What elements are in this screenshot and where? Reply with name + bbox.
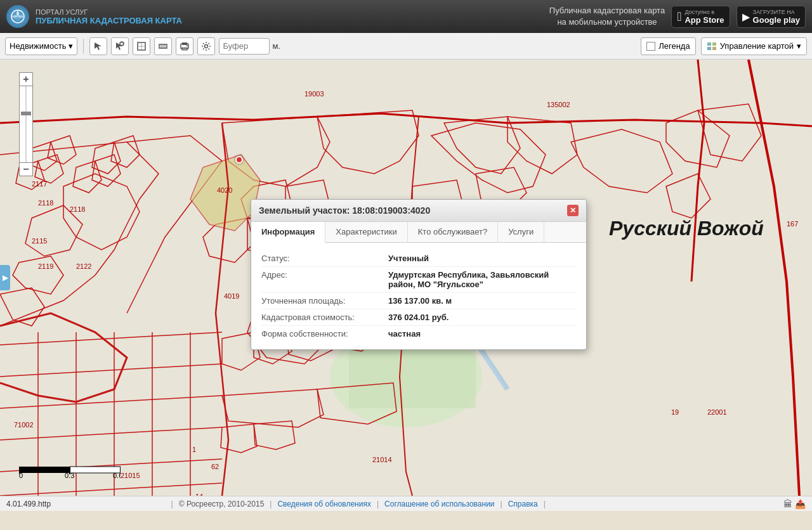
svg-rect-20 [349, 345, 476, 408]
header-left: ПОРТАЛ УСЛУГ ПУБЛИЧНАЯ КАДАСТРОВАЯ КАРТА [6, 5, 182, 28]
status-label: Статус: [261, 254, 388, 263]
tab-who-serves[interactable]: Кто обслуживает? [408, 222, 498, 242]
area-label: Уточненная площадь: [261, 296, 388, 306]
print-button[interactable] [176, 37, 193, 55]
scale-bar: 0 0.3 0.6КМ [19, 460, 121, 482]
tab-information[interactable]: Информация [251, 222, 325, 243]
svg-rect-17 [712, 47, 716, 50]
ownership-label: Форма собственности: [261, 329, 388, 339]
upravlenie-label: Управление картой [720, 41, 794, 51]
google-icon: ▶ [742, 11, 750, 23]
toolbar-right: Легенда Управление картой ▾ [641, 37, 807, 55]
svg-rect-33 [19, 467, 70, 473]
googleplay-top: ЗАГРУЗИТЕ НА [753, 9, 800, 15]
toolbar-separator-1 [83, 39, 84, 54]
header-title: ПОРТАЛ УСЛУГ ПУБЛИЧНАЯ КАДАСТРОВАЯ КАРТА [36, 8, 182, 25]
popup-content: Статус: Учтенный Адрес: Удмуртская Респу… [251, 243, 586, 349]
svg-rect-16 [707, 47, 711, 50]
zoom-controls: + − [19, 72, 33, 176]
agreement-link[interactable]: Соглашение об использовании [384, 500, 495, 508]
map-container[interactable]: + − ▶ 19003 135002 4020 4019 4019 463 16… [0, 60, 812, 496]
svg-rect-15 [712, 42, 716, 46]
mobile-text: Публичная кадастровая картана мобильном … [549, 5, 665, 28]
help-link[interactable]: Справка [508, 500, 538, 508]
status-icons: 🏛 📤 [783, 499, 806, 509]
share-icon: 📤 [795, 499, 806, 509]
map-pin [235, 156, 243, 164]
buffer-input[interactable] [219, 38, 270, 55]
zoom-in-button[interactable]: + [19, 72, 33, 86]
svg-rect-14 [707, 42, 711, 46]
info-row-status: Статус: Учтенный [261, 250, 576, 267]
legenda-button[interactable]: Легенда [641, 37, 695, 55]
upravlenie-arrow-icon: ▾ [797, 41, 801, 51]
toolbar: Недвижимость ▾ ? [0, 33, 812, 60]
popup-title: Земельный участок: 18:08:019003:4020 [259, 205, 430, 216]
info-row-address: Адрес: Удмуртская Республика, Завьяловск… [261, 267, 576, 293]
cost-value: 376 024.01 руб. [388, 313, 576, 322]
svg-text:0: 0 [19, 472, 23, 479]
info-row-cost: Кадастровая стоимость: 376 024.01 руб. [261, 309, 576, 326]
svg-text:0.3: 0.3 [65, 472, 74, 479]
select-tool-button[interactable] [89, 37, 107, 55]
svg-text:?: ? [121, 42, 123, 46]
status-center: | © Росреестр, 2010-2015 | Сведения об о… [169, 500, 548, 508]
appstore-bottom: App Store [684, 15, 724, 25]
rosreestr-icon: 🏛 [783, 499, 792, 509]
appstore-badge[interactable]:  Доступно в App Store [671, 6, 730, 28]
legenda-checkbox[interactable] [646, 42, 655, 51]
header: ПОРТАЛ УСЛУГ ПУБЛИЧНАЯ КАДАСТРОВАЯ КАРТА… [0, 0, 812, 33]
nedvizhimost-dropdown[interactable]: Недвижимость ▾ [5, 37, 77, 55]
ownership-value: частная [388, 329, 576, 339]
measure-area-button[interactable] [133, 37, 150, 55]
info-row-area: Уточненная площадь: 136 137.00 кв. м [261, 293, 576, 309]
zoom-slider[interactable] [19, 86, 33, 162]
tab-characteristics[interactable]: Характеристики [325, 222, 407, 242]
buffer-unit: м. [272, 41, 280, 51]
googleplay-bottom: Google play [753, 15, 800, 25]
info-popup: Земельный участок: 18:08:019003:4020 ✕ И… [251, 199, 587, 350]
buffer-group: м. [219, 38, 280, 55]
upravlenie-button[interactable]: Управление картой ▾ [701, 37, 807, 55]
status-url: 4.01.499.http [6, 500, 51, 508]
tab-services[interactable]: Услуги [498, 222, 544, 242]
address-label: Адрес: [261, 270, 388, 280]
status-bar: 4.01.499.http | © Росреестр, 2010-2015 |… [0, 496, 812, 511]
svg-rect-11 [182, 42, 187, 45]
zoom-out-button[interactable]: − [19, 162, 33, 176]
info-tool-button[interactable]: ? [111, 37, 129, 55]
googleplay-badge[interactable]: ▶ ЗАГРУЗИТЕ НА Google play [737, 6, 806, 28]
cost-label: Кадастровая стоимость: [261, 313, 388, 322]
side-panel-toggle[interactable]: ▶ [0, 265, 10, 290]
arrow-icon: ▶ [3, 273, 8, 282]
popup-close-button[interactable]: ✕ [567, 205, 579, 216]
settings-button[interactable] [197, 37, 215, 55]
area-value: 136 137.00 кв. м [388, 296, 576, 306]
dropdown-arrow-icon: ▾ [69, 41, 73, 51]
popup-tabs: Информация Характеристики Кто обслуживае… [251, 222, 586, 243]
copyright-text: © Росреестр, 2010-2015 [179, 500, 265, 508]
address-value: Удмуртская Республика, Завьяловский райо… [388, 270, 576, 289]
measure-line-button[interactable] [154, 37, 172, 55]
portal-bottom-label: ПУБЛИЧНАЯ КАДАСТРОВАЯ КАРТА [36, 16, 182, 25]
portal-top-label: ПОРТАЛ УСЛУГ [36, 8, 182, 16]
apple-icon:  [677, 10, 681, 24]
zoom-slider-track [26, 86, 27, 162]
svg-point-13 [187, 45, 188, 46]
status-value: Учтенный [388, 254, 576, 263]
nedvizhimost-label: Недвижимость [10, 41, 66, 51]
updates-link[interactable]: Сведения об обновлениях [277, 500, 371, 508]
popup-header: Земельный участок: 18:08:019003:4020 ✕ [251, 200, 586, 222]
info-row-ownership: Форма собственности: частная [261, 326, 576, 342]
svg-text:0.6КМ: 0.6КМ [113, 472, 121, 479]
legenda-label: Легенда [658, 41, 690, 51]
header-right: Публичная кадастровая картана мобильном … [549, 5, 806, 28]
zoom-slider-thumb[interactable] [21, 112, 31, 115]
portal-logo [6, 5, 29, 28]
appstore-top: Доступно в [684, 9, 724, 15]
